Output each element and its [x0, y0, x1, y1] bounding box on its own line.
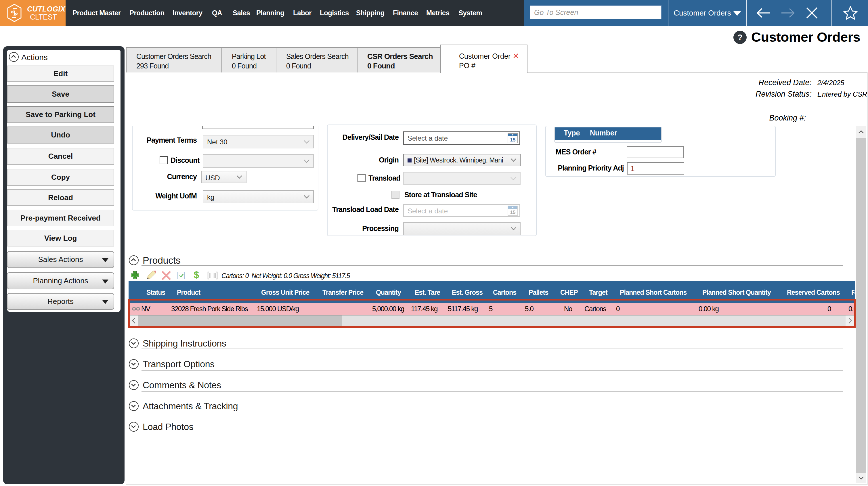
svg-text:15: 15	[510, 137, 516, 143]
svg-text:$: $	[194, 270, 199, 280]
svg-text:15: 15	[510, 210, 516, 215]
